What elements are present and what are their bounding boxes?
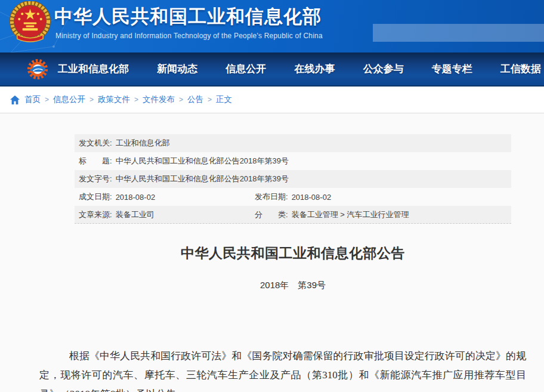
site-subtitle-english: Ministry of Industry and Information Tec… [55,32,323,40]
meta-value-written-date: 2018-08-02 [116,193,156,202]
breadcrumb-separator: > [45,95,49,104]
meta-row-source-category: 文章来源: 装备工业司 分 类: 装备工业管理 > 汽车工业行业管理 [75,206,511,224]
document-body-paragraph: 根据《中华人民共和国行政许可法》和《国务院对确需保留的行政审批项目设定行政许可的… [39,347,526,392]
meta-label-publish-date: 发布日期: [255,192,288,202]
meta-label-category: 分 类: [255,209,288,220]
meta-value-source: 装备工业司 [116,209,154,220]
breadcrumb-separator: > [179,95,183,104]
breadcrumb: 首页 > 信息公开 > 政策文件 > 文件发布 > 公告 > 正文 [0,87,544,113]
meta-cell: 发布日期: 2018-08-02 [255,192,331,202]
breadcrumb-item-info-disclosure[interactable]: 信息公开 [53,94,85,105]
meta-cell: 分 类: 装备工业管理 > 汽车工业行业管理 [255,209,409,220]
meta-row-issuing-agency: 发文机关: 工业和信息化部 [75,134,511,152]
meta-cell: 发文机关: 工业和信息化部 [79,138,170,149]
nav-item-miit-data[interactable]: 工信数据 [500,62,541,76]
meta-cell: 标 题: 中华人民共和国工业和信息化部公告2018年第39号 [79,156,289,166]
document-issue-number: 2018年 第39号 [75,280,511,291]
china-national-emblem-icon [9,1,51,44]
meta-value-category: 装备工业管理 > 汽车工业行业管理 [292,209,409,220]
nav-item-info-disclosure[interactable]: 信息公开 [225,62,266,76]
meta-label-issuing-agency: 发文机关: [79,138,112,149]
header-titles: 中华人民共和国工业和信息化部 Ministry of Industry and … [54,4,323,40]
breadcrumb-separator: > [134,95,138,104]
nav-items: 工业和信息化部 新闻动态 信息公开 在线办事 公众参与 专题专栏 工信数据 [58,53,541,85]
header-search-input[interactable] [373,24,544,42]
breadcrumb-separator: > [89,95,94,104]
document-title: 中华人民共和国工业和信息化部公告 [75,244,511,263]
meta-value-publish-date: 2018-08-02 [292,193,332,202]
home-icon[interactable] [10,95,20,104]
site-header: 中华人民共和国工业和信息化部 Ministry of Industry and … [0,0,544,53]
meta-row-document-number: 发文字号: 中华人民共和国工业和信息化部公告2018年第39号 [75,170,511,188]
site-title: 中华人民共和国工业和信息化部 [54,4,323,29]
meta-label-title: 标 题: [79,156,112,166]
meta-row-title: 标 题: 中华人民共和国工业和信息化部公告2018年第39号 [75,152,511,170]
breadcrumb-item-announcements[interactable]: 公告 [187,94,203,105]
meta-cell: 文章来源: 装备工业司 [79,209,255,220]
main-navigation: 工业和信息化部 新闻动态 信息公开 在线办事 公众参与 专题专栏 工信数据 [0,53,544,87]
article-content: 发文机关: 工业和信息化部 标 题: 中华人民共和国工业和信息化部公告2018年… [0,113,544,392]
meta-cell: 成文日期: 2018-08-02 [79,192,255,202]
breadcrumb-item-document-release[interactable]: 文件发布 [143,94,175,105]
meta-cell: 发文字号: 中华人民共和国工业和信息化部公告2018年第39号 [79,174,289,184]
breadcrumb-item-home[interactable]: 首页 [24,94,41,105]
meta-value-document-number: 中华人民共和国工业和信息化部公告2018年第39号 [116,174,289,184]
miit-gear-e-logo-icon[interactable] [26,58,49,81]
document-meta-table: 发文机关: 工业和信息化部 标 题: 中华人民共和国工业和信息化部公告2018年… [75,134,511,224]
breadcrumb-separator: > [208,95,212,104]
nav-item-miit[interactable]: 工业和信息化部 [58,62,129,76]
breadcrumb-item-current-article: 正文 [216,94,232,105]
meta-label-source: 文章来源: [79,209,112,220]
meta-value-issuing-agency: 工业和信息化部 [116,138,170,149]
breadcrumb-item-policy-documents[interactable]: 政策文件 [98,94,130,105]
nav-item-public-participation[interactable]: 公众参与 [363,62,404,76]
meta-label-document-number: 发文字号: [79,174,112,184]
meta-row-dates: 成文日期: 2018-08-02 发布日期: 2018-08-02 [75,188,511,206]
meta-label-written-date: 成文日期: [79,192,112,202]
meta-value-title: 中华人民共和国工业和信息化部公告2018年第39号 [116,156,289,166]
nav-item-special-topics[interactable]: 专题专栏 [432,62,472,76]
nav-item-news[interactable]: 新闻动态 [157,62,197,76]
nav-item-online-services[interactable]: 在线办事 [294,62,335,76]
